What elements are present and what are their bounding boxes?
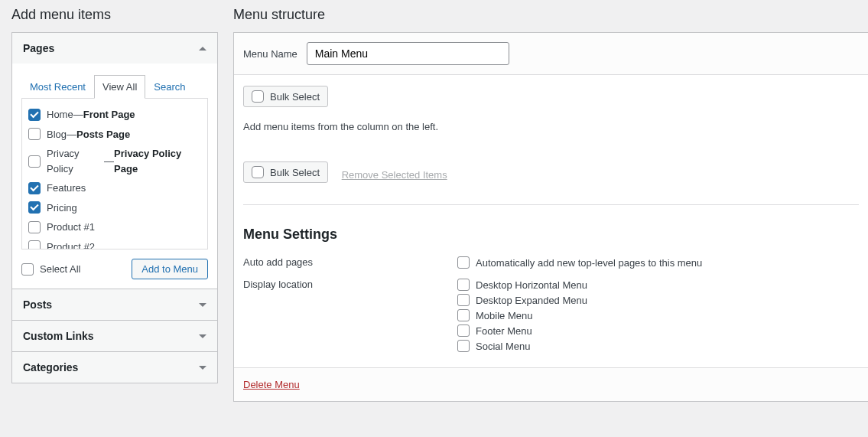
location-option[interactable]: Desktop Expanded Menu [457, 292, 859, 308]
auto-add-option-label: Automatically add new top-level pages to… [476, 257, 702, 269]
setting-display-location: Display location Desktop Horizontal Menu… [243, 277, 859, 354]
location-option[interactable]: Mobile Menu [457, 308, 859, 323]
location-checkbox[interactable] [457, 324, 470, 337]
page-name: Blog [47, 127, 67, 142]
page-checkbox[interactable] [28, 109, 41, 121]
location-option[interactable]: Social Menu [457, 338, 859, 354]
location-label: Footer Menu [476, 325, 532, 337]
accordion-head-pages[interactable]: Pages [12, 33, 217, 64]
page-suffix: Privacy Policy Page [114, 146, 201, 176]
chevron-down-icon [199, 366, 206, 370]
location-checkbox[interactable] [457, 309, 470, 321]
page-name: Features [47, 181, 86, 196]
bulk-select-label: Bulk Select [270, 91, 320, 103]
empty-hint: Add menu items from the column on the le… [243, 121, 859, 132]
accordion-label: Pages [23, 42, 54, 54]
add-items-title: Add menu items [11, 0, 218, 32]
remove-selected-link: Remove Selected Items [342, 169, 447, 181]
location-option[interactable]: Desktop Horizontal Menu [457, 277, 859, 292]
accordion-head-custom-links[interactable]: Custom Links [12, 320, 217, 351]
page-suffix: Posts Page [76, 127, 130, 142]
bulk-select-checkbox[interactable] [252, 90, 264, 103]
accordion-body-pages: Most Recent View All Search Home — Front… [12, 64, 217, 289]
display-location-label: Display location [243, 277, 457, 290]
menu-name-row: Menu Name [234, 33, 868, 75]
page-name: Home [47, 107, 73, 122]
list-item[interactable]: Home — Front Page [28, 105, 201, 125]
tab-view-all[interactable]: View All [94, 75, 145, 99]
location-option[interactable]: Footer Menu [457, 323, 859, 338]
accordion: Pages Most Recent View All Search Home —… [11, 32, 218, 383]
list-item[interactable]: Privacy Policy — Privacy Policy Page [28, 144, 201, 178]
menu-settings-title: Menu Settings [243, 227, 859, 243]
select-all-checkbox[interactable] [21, 263, 34, 276]
page-name: Privacy Policy [47, 146, 104, 176]
menu-structure-title: Menu structure [233, 0, 868, 32]
page-checkbox[interactable] [28, 182, 41, 194]
bulk-select-checkbox[interactable] [252, 166, 264, 178]
bulk-select-bottom-button[interactable]: Bulk Select [243, 161, 328, 183]
delete-menu-link[interactable]: Delete Menu [243, 379, 300, 390]
select-all[interactable]: Select All [21, 263, 80, 276]
setting-auto-add: Auto add pages Automatically add new top… [243, 255, 859, 270]
bulk-select-label: Bulk Select [270, 167, 320, 178]
accordion-label: Custom Links [23, 330, 94, 342]
list-item[interactable]: Blog — Posts Page [28, 125, 201, 145]
chevron-up-icon [199, 47, 206, 51]
select-all-label: Select All [40, 263, 80, 275]
page-name: Product #1 [47, 220, 95, 235]
list-item[interactable]: Features [28, 178, 201, 198]
page-checkbox[interactable] [28, 201, 41, 214]
page-checkbox[interactable] [28, 221, 41, 233]
chevron-down-icon [199, 303, 206, 307]
tab-most-recent[interactable]: Most Recent [21, 75, 94, 99]
menu-structure-panel: Menu Name Bulk Select Add menu items fro… [233, 32, 868, 402]
list-item[interactable]: Product #2 [28, 237, 201, 250]
accordion-label: Categories [23, 361, 78, 373]
auto-add-checkbox[interactable] [457, 256, 470, 269]
list-item[interactable]: Pricing [28, 198, 201, 218]
tabs: Most Recent View All Search [21, 64, 208, 98]
auto-add-label: Auto add pages [243, 255, 457, 268]
location-label: Social Menu [476, 341, 531, 352]
accordion-head-posts[interactable]: Posts [12, 289, 217, 320]
location-label: Desktop Horizontal Menu [476, 279, 587, 291]
add-to-menu-button[interactable]: Add to Menu [132, 259, 208, 279]
pages-list[interactable]: Home — Front PageBlog — Posts PagePrivac… [21, 98, 208, 249]
accordion-label: Posts [23, 298, 52, 311]
delete-row: Delete Menu [234, 367, 868, 401]
chevron-down-icon [199, 334, 206, 338]
page-name: Pricing [47, 201, 77, 216]
menu-name-input[interactable] [307, 42, 509, 65]
location-label: Desktop Expanded Menu [476, 295, 587, 306]
location-checkbox[interactable] [457, 294, 470, 306]
location-checkbox[interactable] [457, 340, 470, 352]
bulk-select-top-button[interactable]: Bulk Select [243, 86, 328, 107]
page-suffix: Front Page [83, 107, 135, 122]
page-checkbox[interactable] [28, 155, 41, 168]
accordion-head-categories[interactable]: Categories [12, 351, 217, 383]
page-checkbox[interactable] [28, 240, 41, 249]
page-checkbox[interactable] [28, 128, 41, 140]
page-name: Product #2 [47, 240, 95, 250]
tab-search[interactable]: Search [145, 75, 193, 99]
list-item[interactable]: Product #1 [28, 217, 201, 237]
location-label: Mobile Menu [476, 310, 532, 321]
location-checkbox[interactable] [457, 279, 470, 291]
menu-name-label: Menu Name [243, 48, 297, 60]
